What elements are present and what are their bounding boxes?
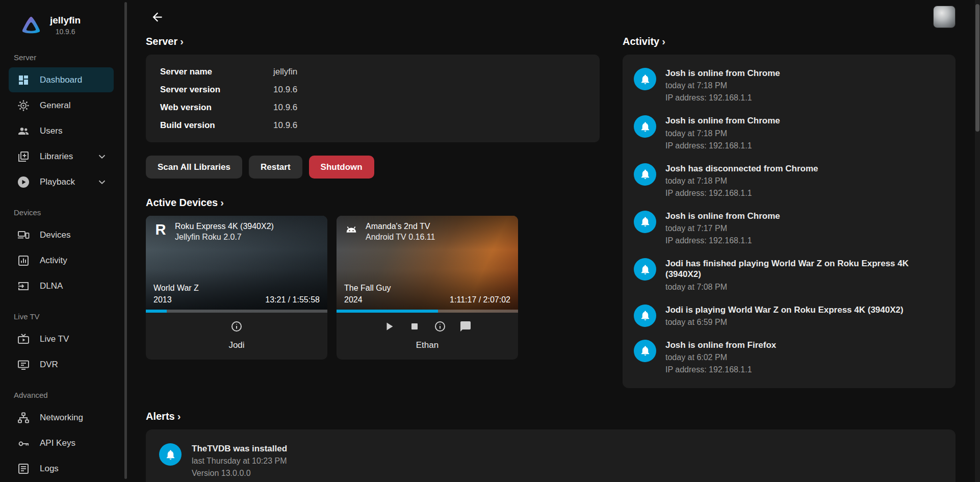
- restart-button[interactable]: Restart: [249, 156, 302, 179]
- gear-icon: [17, 99, 30, 112]
- chevron-right-icon: ›: [220, 197, 224, 209]
- session-user: Jodi: [146, 340, 327, 350]
- build-version-label: Build version: [160, 120, 273, 131]
- activity-item-ip: IP address: 192.168.1.1: [665, 141, 780, 151]
- shutdown-button[interactable]: Shutdown: [309, 156, 374, 179]
- dlna-icon: [17, 280, 30, 292]
- activity-item: Josh is online from Chrome today at 7:18…: [634, 109, 944, 157]
- server-name-label: Server name: [160, 67, 273, 77]
- bell-icon: [634, 163, 656, 186]
- activity-item-time: today at 6:02 PM: [665, 352, 776, 363]
- android-logo-icon: [343, 221, 360, 238]
- alerts-heading[interactable]: Alerts ›: [146, 411, 956, 422]
- sidebar-item-dvr[interactable]: DVR: [9, 352, 114, 377]
- user-avatar[interactable]: [933, 6, 956, 28]
- stop-icon[interactable]: [408, 320, 421, 333]
- web-version-value: 10.9.6: [273, 103, 297, 113]
- media-year: 2013: [153, 295, 199, 305]
- nav-section-devices: Devices: [0, 195, 128, 222]
- sidebar-item-dlna[interactable]: DLNA: [9, 273, 114, 298]
- nav-section-advanced: Advanced: [0, 377, 128, 404]
- server-version-value: 10.9.6: [273, 85, 297, 95]
- server-version-label: Server version: [160, 85, 273, 95]
- active-devices-heading[interactable]: Active Devices ›: [146, 197, 600, 209]
- device-card-roku[interactable]: R Roku Express 4K (3940X2) Jellyfin Roku…: [146, 216, 327, 360]
- sidebar-item-devices[interactable]: Devices: [9, 222, 114, 247]
- sidebar-item-dashboard[interactable]: Dashboard: [9, 67, 114, 92]
- dashboard-icon: [17, 74, 30, 86]
- media-title: World War Z: [153, 284, 199, 293]
- sidebar-item-label: Libraries: [40, 151, 73, 162]
- libraries-icon: [17, 150, 30, 163]
- sidebar-item-networking[interactable]: Networking: [9, 405, 114, 430]
- now-playing-backdrop: R Roku Express 4K (3940X2) Jellyfin Roku…: [146, 216, 327, 313]
- sidebar-item-label: General: [40, 100, 70, 111]
- sidebar-item-live-tv[interactable]: Live TV: [9, 326, 114, 351]
- message-icon[interactable]: [459, 320, 472, 333]
- activity-item-time: today at 7:17 PM: [665, 223, 780, 234]
- activity-item-title: Josh is online from Chrome: [665, 211, 780, 221]
- chevron-down-icon[interactable]: [96, 176, 108, 188]
- nav-section-server: Server: [0, 40, 128, 67]
- bell-icon: [634, 68, 656, 90]
- server-actions: Scan All Libraries Restart Shutdown: [146, 156, 600, 179]
- sidebar-item-general[interactable]: General: [9, 93, 114, 118]
- main-content: Server › Server name jellyfin Server ver…: [128, 0, 980, 482]
- sidebar-item-logs[interactable]: Logs: [9, 456, 114, 481]
- sidebar-item-label: Playback: [40, 177, 75, 187]
- chevron-right-icon: ›: [662, 36, 665, 47]
- devices-icon: [17, 229, 30, 241]
- alert-title: TheTVDB was installed: [192, 443, 287, 454]
- active-devices-title: Active Devices: [146, 197, 218, 209]
- activity-heading[interactable]: Activity ›: [623, 36, 956, 47]
- client-name: Android TV 0.16.11: [366, 232, 435, 242]
- server-info-row: Build version 10.9.6: [160, 116, 585, 134]
- sidebar-item-users[interactable]: Users: [9, 118, 114, 143]
- device-card-android-tv[interactable]: Amanda's 2nd TV Android TV 0.16.11 The F…: [337, 216, 518, 360]
- play-icon[interactable]: [383, 320, 395, 333]
- build-version-value: 10.9.6: [273, 120, 297, 131]
- activity-item: Josh has disconnected from Chrome today …: [634, 157, 944, 205]
- page-scrollbar[interactable]: [975, 0, 980, 482]
- page-scrollbar-thumb[interactable]: [975, 4, 979, 132]
- sidebar-scrollbar[interactable]: [124, 2, 127, 479]
- sidebar-item-label: Dashboard: [40, 75, 82, 85]
- activity-title: Activity: [623, 36, 659, 47]
- chevron-down-icon[interactable]: [96, 151, 108, 162]
- bell-icon: [634, 305, 656, 327]
- info-icon[interactable]: [230, 320, 243, 333]
- activity-item-title: Jodi is playing World War Z on Roku Expr…: [665, 305, 904, 315]
- activity-item: Josh is online from Chrome today at 7:18…: [634, 62, 944, 109]
- media-title: The Fall Guy: [344, 284, 391, 293]
- key-icon: [17, 437, 30, 449]
- activity-item-title: Josh is online from Chrome: [665, 68, 780, 79]
- sidebar-item-libraries[interactable]: Libraries: [9, 144, 114, 169]
- topbar: [146, 0, 956, 34]
- device-name: Amanda's 2nd TV: [366, 221, 435, 232]
- sidebar-item-label: Devices: [40, 230, 70, 240]
- sidebar-item-playback[interactable]: Playback: [9, 169, 114, 194]
- scan-all-libraries-button[interactable]: Scan All Libraries: [146, 156, 242, 179]
- activity-item-time: today at 7:08 PM: [665, 282, 944, 292]
- sidebar-item-api-keys[interactable]: API Keys: [9, 430, 114, 455]
- server-section-title: Server: [146, 36, 177, 47]
- server-section-heading[interactable]: Server ›: [146, 36, 600, 47]
- bell-icon: [159, 443, 182, 466]
- jellyfin-logo-icon: [19, 13, 43, 37]
- dvr-icon: [17, 359, 30, 371]
- info-icon[interactable]: [434, 320, 446, 333]
- chevron-right-icon: ›: [177, 411, 181, 422]
- server-name-value: jellyfin: [273, 67, 297, 77]
- activity-item-ip: IP address: 192.168.1.1: [665, 236, 780, 246]
- back-button[interactable]: [146, 6, 168, 28]
- activity-item-title: Josh is online from Firefox: [665, 340, 776, 350]
- bell-icon: [634, 340, 656, 362]
- alerts-title: Alerts: [146, 411, 175, 422]
- activity-item-ip: IP address: 192.168.1.1: [665, 188, 818, 198]
- sidebar-item-label: Logs: [40, 464, 59, 474]
- sidebar-item-activity[interactable]: Activity: [9, 248, 114, 273]
- activity-item-title: Josh has disconnected from Chrome: [665, 163, 818, 174]
- activity-list: Josh is online from Chrome today at 7:18…: [623, 55, 956, 388]
- device-card-footer: Jodi: [146, 313, 327, 360]
- activity-item-time: today at 7:18 PM: [665, 176, 818, 186]
